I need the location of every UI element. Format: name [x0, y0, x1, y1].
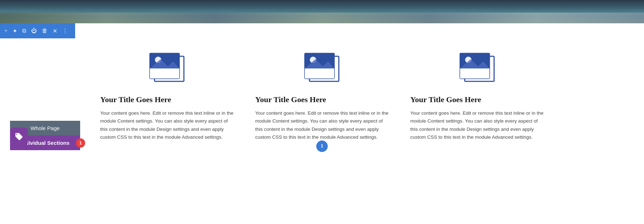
notification-badge: 1	[76, 138, 85, 148]
column-3: Your Title Goes Here Your content goes h…	[410, 53, 544, 141]
add-icon[interactable]: +	[4, 28, 8, 34]
svg-rect-5	[150, 68, 179, 78]
trash-icon[interactable]: 🗑	[42, 28, 48, 34]
column-1-text: Your content goes here. Edit or remove t…	[100, 109, 234, 141]
duplicate-icon[interactable]: ⧉	[22, 28, 26, 34]
tag-icon	[15, 132, 23, 141]
column-3-text: Your content goes here. Edit or remove t…	[410, 109, 544, 141]
top-banner	[0, 0, 644, 23]
image-icon-2	[303, 53, 341, 86]
settings-icon[interactable]: ✦	[13, 28, 17, 34]
svg-rect-11	[305, 68, 334, 78]
fab-button[interactable]	[10, 128, 28, 146]
main-content: Whole Page Individual Sections 1	[0, 38, 644, 156]
pagination-button[interactable]: 1	[316, 140, 328, 152]
power-icon[interactable]: ⏻	[31, 28, 37, 34]
more-icon[interactable]: ⋮	[62, 28, 68, 34]
column-2: Your Title Goes Here Your content goes h…	[255, 53, 389, 141]
close-icon[interactable]: ✕	[53, 28, 57, 34]
column-3-title: Your Title Goes Here	[410, 95, 481, 104]
column-2-text: Your content goes here. Edit or remove t…	[255, 109, 389, 141]
toolbar: + ✦ ⧉ ⏻ 🗑 ✕ ⋮	[0, 23, 75, 38]
columns-grid: Your Title Goes Here Your content goes h…	[100, 53, 544, 141]
column-1: Your Title Goes Here Your content goes h…	[100, 53, 234, 141]
image-icon-1	[148, 53, 186, 86]
column-2-title: Your Title Goes Here	[255, 95, 326, 104]
column-1-title: Your Title Goes Here	[100, 95, 171, 104]
svg-rect-17	[460, 68, 489, 78]
image-icon-3	[458, 53, 496, 86]
